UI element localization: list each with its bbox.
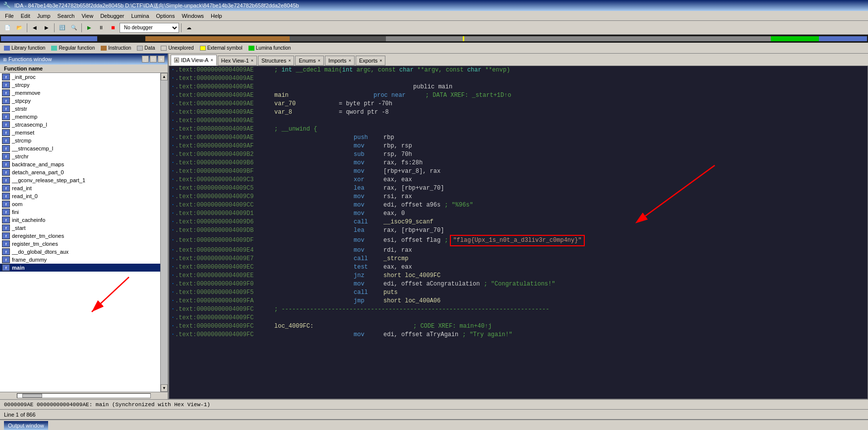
tab-hex-view[interactable]: Hex View-1 × [218,56,257,66]
tab-ida-close[interactable]: × [210,58,213,63]
run-btn[interactable]: ▶ [84,22,95,33]
code-line-flag[interactable]: · .text:00000000004009DF mov esi, offset… [169,235,868,246]
code-line-unwind[interactable]: · .text:00000000004009AE ; __unwind { [169,125,868,134]
code-line-1[interactable]: · .text:00000000004009AE ; int __cdecl m… [169,66,868,74]
func-item--strcmp[interactable]: f_strcmp [0,137,160,144]
functions-scrollbar[interactable]: ▲ ▼ [160,73,168,392]
menu-item-windows[interactable]: Windows [179,12,207,19]
func-item--strstr[interactable]: f_strstr [0,105,160,113]
menu-item-view[interactable]: View [78,12,96,19]
tab-enums-close[interactable]: × [318,58,320,63]
func-item-backtrace-and-maps[interactable]: fbacktrace_and_maps [0,160,160,168]
func-item-fini[interactable]: ffini [0,208,160,216]
code-line-lea2[interactable]: · .text:00000000004009DB lea rax, [rbp+v… [169,226,868,235]
scroll-up-btn[interactable]: ▲ [161,73,168,80]
func-item-register-tm-clones[interactable]: fregister_tm_clones [0,240,160,248]
code-line-tryagain[interactable]: · .text:00000000004009FC mov edi, offset… [169,331,868,339]
forward-btn[interactable]: ▶ [41,22,52,33]
code-line-mov6[interactable]: · .text:00000000004009D1 mov eax, 0 [169,210,868,218]
code-line-blank2[interactable]: · .text:00000000004009FC [169,314,868,322]
code-line-congrats[interactable]: · .text:00000000004009F0 mov edi, offset… [169,280,868,288]
code-line-jnz[interactable]: · .text:00000000004009EE jnz short loc_4… [169,272,868,280]
code-line-xor[interactable]: · .text:00000000004009C3 xor eax, eax [169,176,868,184]
tab-imports[interactable]: Imports × [325,56,355,66]
tab-hex-close[interactable]: × [251,58,253,63]
func-item--start[interactable]: f_start [0,224,160,232]
menu-item-search[interactable]: Search [55,12,78,19]
menu-item-lumina[interactable]: Lumina [128,12,152,19]
close-btn[interactable]: × [158,56,165,63]
func-item--stpcpy[interactable]: f_stpcpy [0,97,160,105]
code-line-lea1[interactable]: · .text:00000000004009C5 lea rax, [rbp+v… [169,184,868,193]
hex-btn[interactable]: 🔢 [57,22,67,33]
code-line-mov3[interactable]: · .text:00000000004009BF mov [rbp+var_8]… [169,167,868,176]
scroll-down-btn[interactable]: ▼ [161,384,168,392]
code-line-var70[interactable]: · .text:00000000004009AE var_70 = byte p… [169,100,868,108]
func-item-init-cacheinfo[interactable]: finit_cacheinfo [0,216,160,224]
code-line-puts[interactable]: · .text:00000000004009F5 call puts [169,288,868,297]
code-line-4[interactable]: · .text:00000000004009AE main proc near … [169,91,868,100]
tab-exports[interactable]: Exports × [356,56,386,66]
tab-imports-close[interactable]: × [349,58,351,63]
code-line-sub[interactable]: · .text:00000000004009B2 sub rsp, 70h [169,150,868,159]
tab-ida-view-a[interactable]: A IDA View-A × [171,55,217,66]
func-item--strchr[interactable]: f_strchr [0,152,160,160]
code-line-mov1[interactable]: · .text:00000000004009AF mov rbp, rsp [169,142,868,150]
search-btn[interactable]: 🔍 [68,22,79,33]
func-item---strncasecmp-l[interactable]: f__strncasecmp_l [0,144,160,152]
func-item--strcpy[interactable]: f_strcpy [0,81,160,89]
scroll-track[interactable] [161,80,168,384]
code-line-mov7[interactable]: · .text:00000000004009E4 mov rdi, rax [169,246,868,255]
func-item--strcasecmp-l[interactable]: f_strcasecmp_l [0,121,160,129]
code-line-2[interactable]: · .text:00000000004009AE [169,74,868,83]
code-line-sep[interactable]: · .text:00000000004009FC ; -------------… [169,305,868,314]
back-btn[interactable]: ◀ [29,22,40,33]
func-item--init-proc[interactable]: f_init_proc [0,73,160,81]
maximize-btn[interactable]: □ [150,56,157,63]
functions-hscrollbar[interactable] [17,393,151,398]
tab-structures-close[interactable]: × [288,58,291,63]
func-item-frame-dummy[interactable]: fframe_dummy [0,256,160,264]
func-item-read-int[interactable]: fread_int [0,184,160,192]
menu-item-options[interactable]: Options [153,12,178,19]
pause-btn[interactable]: ⏸ [96,22,107,33]
menu-item-file[interactable]: File [2,12,17,19]
menu-item-debugger[interactable]: Debugger [97,12,127,19]
code-line-mov4[interactable]: · .text:00000000004009C9 mov rsi, rax [169,193,868,201]
menu-item-help[interactable]: Help [208,12,225,19]
func-item-oom[interactable]: foom [0,200,160,208]
code-line-var8[interactable]: · .text:00000000004009AE var_8 = qword p… [169,108,868,117]
func-item---gconv-release-step-part-1[interactable]: f__gconv_release_step_part_1 [0,176,160,184]
func-item---do-global-dtors-aux[interactable]: f__do_global_dtors_aux [0,248,160,256]
func-item-deregister-tm-clones[interactable]: fderegister_tm_clones [0,232,160,240]
func-item-detach-arena-part-0[interactable]: fdetach_arena_part_0 [0,168,160,176]
func-item-main[interactable]: fmain [0,264,160,272]
code-line-jmp[interactable]: · .text:00000000004009FA jmp short loc_4… [169,297,868,305]
code-line-blank1[interactable]: · .text:00000000004009AE [169,117,868,125]
code-line-3[interactable]: · .text:00000000004009AE public main [169,83,868,91]
code-line-call1[interactable]: · .text:00000000004009D6 call __isoc99_s… [169,218,868,226]
open-btn[interactable]: 📂 [14,22,25,33]
functions-list[interactable]: f_init_procf_strcpyf_memmovef_stpcpyf_st… [0,73,160,392]
menu-item-edit[interactable]: Edit [18,12,33,19]
func-item--memmove[interactable]: f_memmove [0,89,160,97]
func-item-read-int-0[interactable]: fread_int_0 [0,192,160,200]
menu-item-jump[interactable]: Jump [34,12,54,19]
code-line-test[interactable]: · .text:00000000004009EC test eax, eax [169,263,868,272]
stop-btn[interactable]: ⏹ [108,22,119,33]
lumina-btn[interactable]: ☁ [184,22,194,33]
func-item--memset[interactable]: f_memset [0,129,160,137]
tab-enums[interactable]: Enums × [295,56,324,66]
minimize-btn[interactable]: _ [142,56,149,63]
code-line-mov5[interactable]: · .text:00000000004009CC mov edi, offset… [169,201,868,210]
new-btn[interactable]: 📄 [2,22,13,33]
code-line-call2[interactable]: · .text:00000000004009E7 call _strcmp [169,255,868,263]
tab-exports-close[interactable]: × [379,58,382,63]
code-line-loc[interactable]: · .text:00000000004009FC loc_4009FC: ; C… [169,322,868,331]
tab-structures[interactable]: Structures × [258,56,294,66]
code-line-push[interactable]: · .text:00000000004009AE push rbp [169,134,868,142]
code-line-mov2[interactable]: · .text:00000000004009B6 mov rax, fs:28h [169,159,868,167]
debugger-combo[interactable]: No debugger [120,23,179,33]
func-item--memcmp[interactable]: f_memcmp [0,113,160,121]
code-view[interactable]: · .text:00000000004009AE ; int __cdecl m… [169,66,868,399]
